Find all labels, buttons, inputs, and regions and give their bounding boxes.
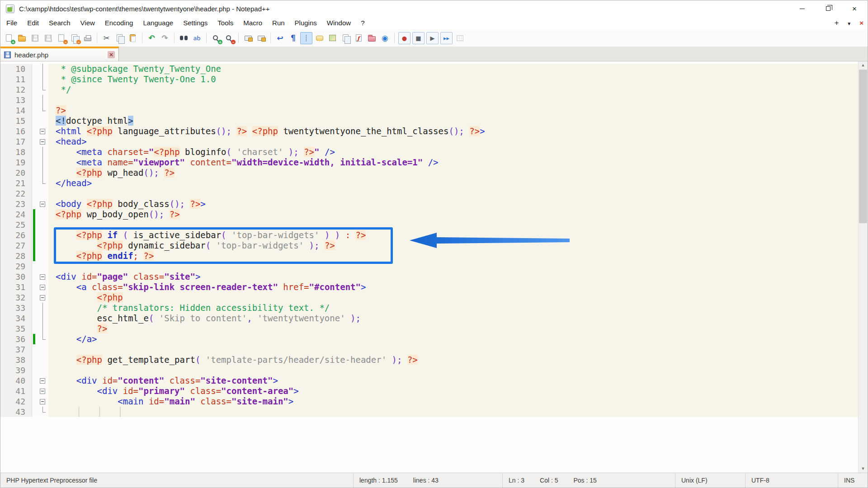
function-list-button[interactable] (313, 32, 326, 44)
menu-edit[interactable]: Edit (22, 18, 44, 28)
folder-as-workspace-button[interactable] (366, 32, 378, 44)
code-text[interactable]: <meta name="viewport" content="width=dev… (48, 157, 858, 168)
macro-stop-button[interactable]: ■ (412, 32, 425, 44)
code-text[interactable]: <meta charset="<?php bloginfo( 'charset'… (48, 147, 858, 157)
code-text[interactable]: <?php wp_body_open(); ?> (48, 209, 858, 220)
minimize-button[interactable] (789, 0, 815, 17)
code-area[interactable]: 10 * @subpackage Twenty_Twenty_One11 * @… (0, 61, 858, 473)
menubar-dropdown-button[interactable]: ▼ (843, 21, 855, 26)
code-text[interactable]: ?> (48, 324, 858, 334)
code-text[interactable]: * @subpackage Twenty_Twenty_One (48, 64, 858, 74)
restore-button[interactable] (815, 0, 841, 17)
code-text[interactable]: <body <?php body_class(); ?>> (48, 199, 858, 209)
macro-record-button[interactable]: ● (398, 32, 410, 44)
macro-play-button[interactable]: ▶ (426, 32, 439, 44)
status-eol-format[interactable]: Unix (LF) (675, 473, 745, 488)
macro-run-multiple-button[interactable]: ▸▸ (440, 32, 453, 44)
status-encoding[interactable]: UTF-8 (745, 473, 838, 488)
fold-toggle-icon[interactable]: – (40, 274, 45, 280)
find-button[interactable] (178, 32, 190, 44)
close-all-button[interactable]: – (68, 32, 80, 44)
cut-button[interactable]: ✂ (100, 32, 113, 44)
save-file-button[interactable] (29, 32, 41, 44)
macro-save-button[interactable] (454, 32, 466, 44)
scrollbar-down-icon[interactable]: ▼ (859, 465, 868, 473)
code-text[interactable]: <main id="main" class="site-main"> (48, 396, 858, 407)
code-text[interactable] (48, 95, 858, 105)
code-text[interactable]: <?php get_template_part( 'template-parts… (48, 355, 858, 365)
menu-run[interactable]: Run (267, 18, 290, 28)
close-file-button[interactable]: – (55, 32, 67, 44)
code-text[interactable] (48, 365, 858, 375)
paste-button[interactable] (127, 32, 139, 44)
code-text[interactable]: */ (48, 84, 858, 95)
code-text[interactable]: /* translators: Hidden accessibility tex… (48, 303, 858, 313)
sync-horizontal-scroll-button[interactable] (255, 32, 267, 44)
fold-toggle-icon[interactable]: – (40, 389, 45, 394)
new-file-button[interactable]: + (3, 32, 15, 44)
fold-toggle-icon[interactable]: – (40, 378, 45, 384)
code-text[interactable]: </head> (48, 178, 858, 188)
redo-button[interactable]: ↷ (159, 32, 171, 44)
code-text[interactable]: <?php wp_head(); ?> (48, 168, 858, 178)
word-wrap-button[interactable]: ↩ (274, 32, 286, 44)
code-text[interactable]: <div id="page" class="site"> (48, 272, 858, 282)
fold-toggle-icon[interactable]: – (40, 285, 45, 290)
menu-plugins[interactable]: Plugins (290, 18, 322, 28)
print-button[interactable] (81, 32, 94, 44)
document-list-button[interactable] (340, 32, 352, 44)
fold-toggle-icon[interactable]: – (40, 202, 45, 207)
code-text[interactable]: </a> (48, 334, 858, 344)
script-function-list-button[interactable]: ƒ (353, 32, 365, 44)
copy-button[interactable] (113, 32, 126, 44)
close-button[interactable]: × (841, 0, 868, 17)
zoom-in-button[interactable]: + (210, 32, 222, 44)
code-text[interactable]: <html <?php language_attributes(); ?> <?… (48, 126, 858, 136)
code-text[interactable]: * @since Twenty Twenty-One 1.0 (48, 74, 858, 84)
code-text[interactable]: ?> (48, 105, 858, 116)
menubar-plus-button[interactable]: + (830, 19, 843, 27)
code-text[interactable]: <head> (48, 136, 858, 147)
code-text[interactable]: esc_html_e( 'Skip to content', 'twentytw… (48, 313, 858, 324)
fold-toggle-icon[interactable]: – (40, 399, 45, 404)
save-all-button[interactable] (42, 32, 54, 44)
status-insert-mode[interactable]: INS (838, 473, 868, 488)
zoom-out-button[interactable]: – (223, 32, 235, 44)
scrollbar-thumb[interactable] (859, 70, 867, 223)
fold-toggle-icon[interactable]: – (40, 129, 45, 134)
monitoring-button[interactable]: ◉ (379, 32, 391, 44)
menu-view[interactable]: View (75, 18, 100, 28)
code-text[interactable] (48, 188, 858, 199)
code-text[interactable]: <div id="content" class="site-content"> (48, 375, 858, 386)
open-file-button[interactable] (16, 32, 28, 44)
undo-button[interactable]: ↶ (146, 32, 158, 44)
code-text[interactable]: <?php (48, 292, 858, 303)
code-text[interactable]: │ │ │ (48, 407, 858, 417)
menu-encoding[interactable]: Encoding (100, 18, 138, 28)
menu-tools[interactable]: Tools (212, 18, 238, 28)
replace-button[interactable]: ab (191, 32, 203, 44)
code-text[interactable] (48, 344, 858, 355)
document-map-button[interactable] (326, 32, 339, 44)
fold-toggle-icon[interactable]: – (40, 295, 45, 300)
menu-search[interactable]: Search (44, 18, 75, 28)
menu-language[interactable]: Language (138, 18, 178, 28)
tab-close-icon[interactable]: × (108, 51, 115, 58)
code-text[interactable]: <div id="primary" class="content-area"> (48, 386, 858, 396)
show-indent-guide-button[interactable]: ┊ (300, 32, 312, 44)
scrollbar-up-icon[interactable]: ▲ (859, 61, 868, 69)
fold-toggle-icon[interactable]: – (40, 139, 45, 145)
menu-macro[interactable]: Macro (238, 18, 267, 28)
menubar-close-button[interactable]: × (855, 19, 868, 27)
code-text[interactable]: <a class="skip-link screen-reader-text" … (48, 282, 858, 292)
menu-help[interactable]: ? (356, 18, 369, 28)
tab-header-php[interactable]: header.php × (0, 47, 119, 61)
menu-window[interactable]: Window (322, 18, 356, 28)
show-all-characters-button[interactable]: ¶ (287, 32, 299, 44)
code-text[interactable]: <!doctype html> (48, 116, 858, 126)
menu-settings[interactable]: Settings (178, 18, 212, 28)
sync-vertical-scroll-button[interactable] (242, 32, 254, 44)
toolbar-separator (142, 33, 142, 43)
vertical-scrollbar[interactable]: ▲ ▼ (858, 61, 868, 473)
menu-file[interactable]: File (1, 18, 22, 28)
